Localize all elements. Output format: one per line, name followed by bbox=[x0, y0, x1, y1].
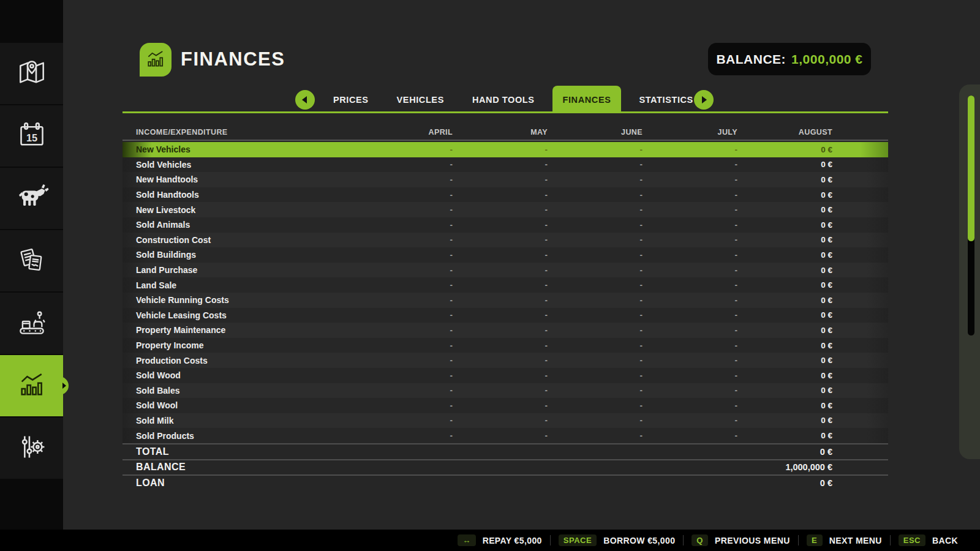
tab-hand-tools[interactable]: HAND TOOLS bbox=[462, 90, 545, 110]
row-value: - bbox=[453, 145, 548, 154]
row-label: Land Sale bbox=[123, 280, 358, 290]
tab-finances[interactable]: FINANCES bbox=[552, 86, 622, 113]
row-value: - bbox=[643, 220, 737, 230]
sidebar-item-animals[interactable] bbox=[0, 168, 63, 229]
row-value: - bbox=[453, 326, 548, 335]
sidebar-item-production[interactable] bbox=[0, 293, 63, 354]
row-value: - bbox=[548, 280, 643, 290]
hint-label: PREVIOUS MENU bbox=[715, 536, 790, 545]
row-value: - bbox=[358, 431, 453, 440]
table-row[interactable]: Vehicle Running Costs----0 € bbox=[123, 293, 888, 308]
row-value: - bbox=[643, 250, 737, 260]
tabs-prev-button[interactable] bbox=[295, 90, 315, 110]
table-row[interactable]: Land Purchase----0 € bbox=[123, 263, 888, 278]
table-row[interactable]: Sold Milk----0 € bbox=[123, 413, 888, 429]
row-value: - bbox=[643, 416, 737, 425]
keycap: E bbox=[807, 534, 823, 546]
row-value: - bbox=[453, 205, 548, 214]
hint-divider bbox=[798, 535, 799, 545]
row-value: - bbox=[453, 160, 548, 169]
table-row[interactable]: Production Costs----0 € bbox=[123, 353, 888, 368]
hint-divider bbox=[890, 535, 891, 545]
table-row[interactable]: Sold Wood----0 € bbox=[123, 368, 888, 383]
row-label: Sold Buildings bbox=[123, 250, 358, 260]
row-value: - bbox=[358, 371, 453, 380]
table-row[interactable]: Sold Handtools----0 € bbox=[123, 187, 888, 203]
scrollbar-track[interactable] bbox=[968, 96, 974, 335]
tab-prices[interactable]: PRICES bbox=[323, 90, 379, 110]
row-value: - bbox=[548, 250, 643, 260]
tab-vehicles[interactable]: VEHICLES bbox=[386, 90, 454, 110]
table-row[interactable]: Sold Buildings----0 € bbox=[123, 247, 888, 263]
sidebar-item-map[interactable] bbox=[0, 43, 63, 104]
row-value: - bbox=[548, 205, 643, 214]
summary-row-loan: LOAN0 € bbox=[123, 476, 888, 490]
table-row[interactable]: Sold Products----0 € bbox=[123, 428, 888, 443]
scrollbar-thumb[interactable] bbox=[968, 96, 974, 241]
table-row[interactable]: Vehicle Leasing Costs----0 € bbox=[123, 308, 888, 323]
row-value: - bbox=[548, 386, 643, 395]
column-header: JULY bbox=[643, 128, 737, 137]
table-row[interactable]: Sold Animals----0 € bbox=[123, 217, 888, 233]
row-value: - bbox=[643, 160, 737, 169]
row-value: 0 € bbox=[737, 175, 832, 184]
table-summary: TOTAL0 €BALANCE1,000,000 €LOAN0 € bbox=[123, 443, 888, 490]
row-label: Vehicle Leasing Costs bbox=[123, 310, 358, 320]
table-row[interactable]: Property Maintenance----0 € bbox=[123, 323, 888, 338]
row-value: 0 € bbox=[737, 220, 832, 230]
row-value: 0 € bbox=[737, 416, 832, 425]
row-value: - bbox=[643, 386, 737, 395]
row-value: - bbox=[453, 296, 548, 305]
table-row[interactable]: Sold Bales----0 € bbox=[123, 383, 888, 399]
balance-value: 1,000,000 € bbox=[791, 52, 862, 67]
table-row[interactable]: Land Sale----0 € bbox=[123, 277, 888, 293]
row-value: 0 € bbox=[737, 371, 832, 380]
table-row[interactable]: New Vehicles----0 € bbox=[123, 142, 888, 157]
sidebar-item-finances[interactable] bbox=[0, 355, 63, 416]
row-value: - bbox=[548, 310, 643, 320]
sidebar-item-calendar[interactable]: 15 bbox=[0, 105, 63, 167]
keybind-hint-repay-5-000[interactable]: ↔REPAY €5,000 bbox=[458, 534, 542, 546]
pointer-triangle-icon bbox=[62, 383, 66, 389]
table-row[interactable]: New Livestock----0 € bbox=[123, 202, 888, 217]
row-value: - bbox=[453, 266, 548, 275]
row-value: - bbox=[548, 266, 643, 275]
keybind-hint-back[interactable]: ESCBACK bbox=[899, 534, 958, 546]
row-value: - bbox=[548, 160, 643, 169]
row-label: Sold Milk bbox=[123, 416, 358, 425]
table-row[interactable]: Sold Vehicles----0 € bbox=[123, 157, 888, 173]
keybind-hint-previous-menu[interactable]: QPREVIOUS MENU bbox=[692, 534, 790, 546]
table-body: New Vehicles----0 €Sold Vehicles----0 €N… bbox=[123, 142, 888, 443]
table-row[interactable]: Sold Wool----0 € bbox=[123, 398, 888, 413]
hint-label: REPAY €5,000 bbox=[483, 536, 542, 545]
row-value: 0 € bbox=[737, 160, 832, 169]
row-value: 0 € bbox=[737, 326, 832, 335]
row-value: - bbox=[548, 356, 643, 365]
row-value: - bbox=[358, 296, 453, 305]
row-value: - bbox=[643, 371, 737, 380]
row-value: - bbox=[358, 266, 453, 275]
sidebar: 15 bbox=[0, 0, 63, 530]
sidebar-item-settings[interactable] bbox=[0, 418, 63, 479]
sidebar-item-contracts[interactable] bbox=[0, 230, 63, 291]
row-value: - bbox=[358, 145, 453, 154]
keybind-hint-borrow-5-000[interactable]: SPACEBORROW €5,000 bbox=[559, 534, 676, 546]
row-value: - bbox=[643, 190, 737, 200]
row-value: - bbox=[358, 326, 453, 335]
tab-statistics[interactable]: STATISTICS bbox=[628, 90, 703, 110]
hint-divider bbox=[683, 535, 684, 545]
row-value: - bbox=[548, 371, 643, 380]
row-value: - bbox=[643, 431, 737, 440]
hint-divider bbox=[550, 535, 551, 545]
table-row[interactable]: Property Income----0 € bbox=[123, 338, 888, 353]
row-value: 0 € bbox=[737, 341, 832, 350]
keybind-hint-next-menu[interactable]: ENEXT MENU bbox=[807, 534, 882, 546]
row-value: - bbox=[548, 220, 643, 230]
row-value: - bbox=[643, 310, 737, 320]
calendar-day: 15 bbox=[26, 132, 37, 143]
row-value: - bbox=[548, 326, 643, 335]
row-value: 0 € bbox=[737, 190, 832, 200]
tabs-next-button[interactable] bbox=[694, 90, 714, 110]
table-row[interactable]: Construction Cost----0 € bbox=[123, 233, 888, 248]
table-row[interactable]: New Handtools----0 € bbox=[123, 172, 888, 187]
